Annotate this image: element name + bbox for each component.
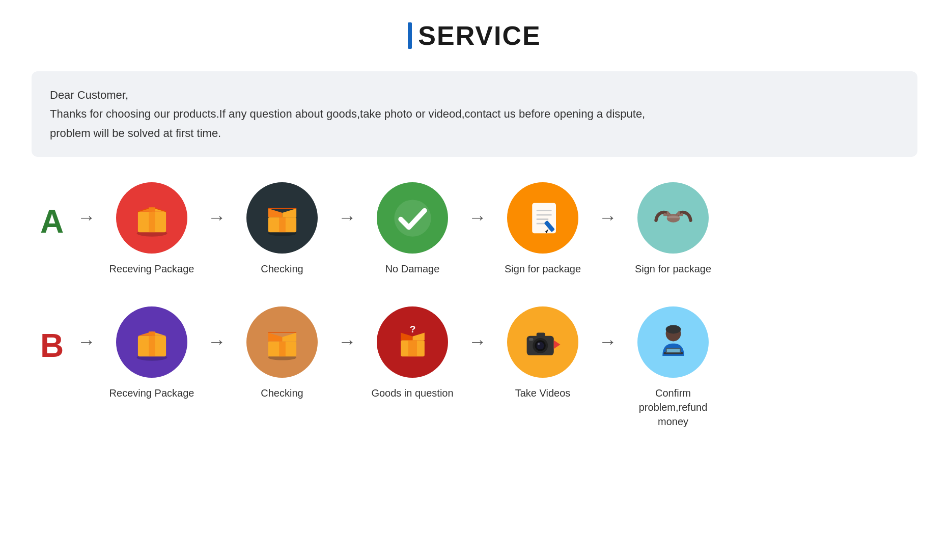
step-a5: Sign for package <box>622 182 724 276</box>
step-b3: ? Goods in question <box>361 306 463 400</box>
arrow-b2: → <box>338 331 356 352</box>
arrow-a1: → <box>208 207 226 228</box>
flow-row-a: A → <box>32 182 917 276</box>
step-b1: Receving Package <box>101 306 203 400</box>
svg-rect-3 <box>149 207 155 212</box>
svg-rect-40 <box>666 349 680 352</box>
step-a5-icon <box>637 182 709 254</box>
step-a3: No Damage <box>361 182 463 276</box>
svg-point-37 <box>665 325 681 333</box>
svg-rect-20 <box>149 335 155 356</box>
step-b2-label: Checking <box>261 386 303 400</box>
step-b3-label: Goods in question <box>371 386 453 400</box>
row-letter-a: A <box>32 203 72 240</box>
arrow-b1: → <box>208 331 226 352</box>
notice-line2: Thanks for choosing our products.If any … <box>50 104 899 123</box>
step-b5: Confirm problem,refund money <box>622 306 724 429</box>
step-b4-icon <box>507 306 578 378</box>
arrow-a2: → <box>338 207 356 228</box>
page-header: SERVICE <box>408 20 541 51</box>
arrow-b4: → <box>599 331 617 352</box>
flow-row-b: B → Receving Package → <box>32 306 917 429</box>
step-a2-label: Checking <box>261 262 303 276</box>
svg-rect-2 <box>149 211 155 232</box>
svg-rect-34 <box>528 338 533 341</box>
step-b5-icon <box>637 306 709 378</box>
step-a1: Receving Package <box>101 182 203 276</box>
svg-point-31 <box>536 342 544 349</box>
step-a4-label: Sign for package <box>505 262 581 276</box>
step-b1-label: Receving Package <box>109 386 194 400</box>
arrow-a0: → <box>77 207 96 228</box>
notice-line1: Dear Customer, <box>50 86 899 104</box>
page-title: SERVICE <box>418 20 541 51</box>
notice-box: Dear Customer, Thanks for choosing our p… <box>32 71 917 157</box>
step-a1-label: Receving Package <box>109 262 194 276</box>
step-a3-label: No Damage <box>385 262 440 276</box>
step-b4-label: Take Videos <box>515 386 571 400</box>
title-accent-bar <box>408 22 412 49</box>
step-b4: Take Videos <box>492 306 594 400</box>
svg-rect-6 <box>279 217 286 232</box>
svg-point-32 <box>537 343 539 345</box>
row-letter-b: B <box>32 327 72 365</box>
step-a5-label: Sign for package <box>635 262 711 276</box>
svg-marker-35 <box>553 340 560 349</box>
svg-rect-33 <box>536 332 545 337</box>
step-a3-icon <box>377 182 448 254</box>
notice-line3: problem will be solved at first time. <box>50 124 899 143</box>
arrow-a4: → <box>599 207 617 228</box>
step-a1-icon <box>116 182 187 254</box>
step-b2: Checking <box>231 306 333 400</box>
svg-text:?: ? <box>409 324 415 334</box>
step-a2-icon <box>246 182 318 254</box>
svg-rect-19 <box>149 331 155 336</box>
step-b2-icon <box>246 306 318 378</box>
arrow-a3: → <box>468 207 487 228</box>
svg-rect-23 <box>279 341 286 356</box>
step-a2: Checking <box>231 182 333 276</box>
step-b5-label: Confirm problem,refund money <box>622 386 724 429</box>
arrow-b3: → <box>468 331 487 352</box>
step-b1-icon <box>116 306 187 378</box>
flow-section: A → <box>32 182 917 459</box>
svg-rect-26 <box>408 340 417 356</box>
step-b3-icon: ? <box>377 306 448 378</box>
arrow-b0: → <box>77 331 96 352</box>
step-a4-icon <box>507 182 578 254</box>
step-a4: Sign for package <box>492 182 594 276</box>
